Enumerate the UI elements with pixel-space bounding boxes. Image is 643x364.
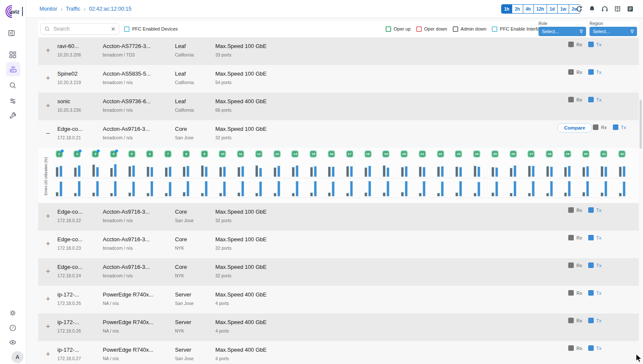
logs-icon[interactable]	[626, 5, 634, 13]
sidebar-item-devices[interactable]	[6, 62, 20, 76]
search-input[interactable]	[53, 25, 108, 32]
device-port-count: 32 ports	[215, 135, 267, 140]
vertical-scrollbar[interactable]	[640, 100, 642, 149]
headphones-icon[interactable]	[601, 5, 609, 13]
compare-button[interactable]: Compare	[557, 123, 592, 133]
device-row[interactable]: + ip-172-... 172.18.0.27 PowerEdge R740x…	[38, 341, 639, 364]
port-chip-8[interactable]: 8	[183, 150, 190, 158]
port-chip-9[interactable]: 9	[201, 150, 208, 158]
port-chip-1[interactable]: 1	[56, 150, 63, 158]
checkbox-box[interactable]	[416, 26, 422, 32]
port-chip-11[interactable]: 11	[237, 150, 244, 158]
time-range-2h[interactable]: 2h	[512, 4, 523, 14]
role-select[interactable]: Select... ∇	[539, 27, 586, 36]
time-range-4h[interactable]: 4h	[523, 4, 534, 14]
checkbox-pfc-enabled-devices[interactable]: PFC Enabled Devices	[124, 20, 178, 37]
time-range-1h[interactable]: 1h	[501, 4, 512, 14]
dashboard-icon[interactable]	[8, 51, 18, 60]
bell-icon[interactable]	[588, 5, 596, 13]
collapse-panel-icon[interactable]	[7, 29, 17, 38]
breadcrumb-traffic[interactable]: Traffic	[66, 6, 80, 12]
device-row[interactable]: + ravi-60... 10.20.3.206 Accton-AS7726-3…	[38, 37, 639, 65]
expand-toggle-icon[interactable]: +	[44, 295, 52, 303]
device-row[interactable]: + ip-172-... 172.18.0.25 PowerEdge R740x…	[38, 286, 639, 313]
port-chip-25[interactable]: 25	[491, 150, 499, 158]
rx-swatch	[568, 235, 574, 240]
device-row[interactable]: + Edge-co... 172.18.0.24 Accton-As9716-3…	[38, 258, 639, 286]
expand-toggle-icon[interactable]: +	[44, 74, 52, 82]
port-chip-26[interactable]: 26	[510, 150, 517, 158]
port-chip-17[interactable]: 17	[346, 150, 353, 158]
tx-bar	[604, 181, 607, 196]
device-row[interactable]: + Edge-co... 172.18.0.23 Accton-As9716-3…	[38, 231, 639, 258]
expand-toggle-icon[interactable]: +	[44, 240, 52, 248]
port-column-32: 32	[618, 150, 627, 196]
port-chip-24[interactable]: 24	[473, 150, 480, 158]
checkbox-box[interactable]	[492, 26, 497, 32]
help-icon[interactable]: ?	[8, 324, 18, 333]
port-chip-15[interactable]: 15	[310, 150, 317, 158]
expand-toggle-icon[interactable]: +	[44, 212, 52, 220]
device-row[interactable]: − Edge-co... 172.18.0.21 Accton-As9716-3…	[38, 120, 639, 148]
breadcrumb-monitor[interactable]: Monitor	[39, 6, 57, 12]
eye-icon[interactable]	[8, 338, 18, 347]
tx-bar	[386, 181, 389, 196]
port-chip-6[interactable]: 6	[146, 150, 153, 158]
breadcrumb-device-id[interactable]: 02:42:ac:12:00:15	[89, 6, 131, 12]
checkbox-box[interactable]	[124, 26, 130, 32]
clear-search-icon[interactable]: ✕	[111, 26, 116, 32]
port-chip-20[interactable]: 20	[400, 150, 408, 158]
device-row[interactable]: + Edge-co... 172.18.0.22 Accton-As9716-3…	[38, 203, 639, 231]
filter-bar: ✕ PFC Enabled Devices Oper upOper downAd…	[38, 20, 639, 37]
checkbox-box[interactable]	[453, 26, 458, 32]
checkbox-box[interactable]	[386, 26, 391, 32]
device-row[interactable]: + sonic 10.20.3.236 Accton-AS9736-6... b…	[38, 93, 639, 120]
checkbox-oper-down[interactable]: Oper down	[416, 26, 447, 32]
port-chip-13[interactable]: 13	[274, 150, 281, 158]
port-chip-28[interactable]: 28	[546, 150, 553, 158]
device-row[interactable]: + Spine02 10.20.3.219 Accton-AS5835-5...…	[38, 65, 639, 93]
port-chip-29[interactable]: 29	[564, 150, 571, 158]
topbar: Monitor › Traffic › 02:42:ac:12:00:15 1h…	[26, 0, 643, 18]
checkbox-oper-up[interactable]: Oper up	[386, 26, 411, 32]
expand-toggle-icon[interactable]: +	[44, 46, 52, 55]
port-chip-19[interactable]: 19	[382, 150, 389, 158]
port-chip-18[interactable]: 18	[364, 150, 372, 158]
port-chip-14[interactable]: 14	[291, 150, 299, 158]
wrench-icon[interactable]	[8, 111, 18, 121]
port-chip-12[interactable]: 12	[255, 150, 262, 158]
region-select[interactable]: Select... ∇	[589, 27, 637, 36]
search-box[interactable]: ✕	[40, 23, 119, 35]
port-chip-21[interactable]: 21	[419, 150, 426, 158]
port-chip-30[interactable]: 30	[582, 150, 589, 158]
refresh-icon[interactable]	[575, 5, 583, 13]
book-icon[interactable]	[614, 5, 621, 13]
time-range-12h[interactable]: 12h	[533, 4, 547, 14]
expand-toggle-icon[interactable]: −	[44, 129, 52, 138]
port-chip-31[interactable]: 31	[600, 150, 607, 158]
gear-icon[interactable]	[8, 309, 18, 318]
expand-toggle-icon[interactable]: +	[44, 267, 52, 276]
port-chip-7[interactable]: 7	[164, 150, 172, 158]
error-bars	[128, 178, 135, 196]
search-icon[interactable]	[8, 81, 18, 90]
time-range-1d[interactable]: 1d	[547, 4, 558, 14]
port-chip-10[interactable]: 10	[219, 150, 226, 158]
port-chip-22[interactable]: 22	[437, 150, 444, 158]
sliders-icon[interactable]	[8, 97, 18, 106]
avatar[interactable]: A	[11, 351, 23, 363]
time-range-1w[interactable]: 1w	[557, 4, 569, 14]
port-chip-2[interactable]: 2	[73, 150, 81, 158]
port-chip-27[interactable]: 27	[527, 150, 535, 158]
port-chip-5[interactable]: 5	[128, 150, 135, 158]
expand-toggle-icon[interactable]: +	[44, 322, 52, 331]
expand-toggle-icon[interactable]: +	[44, 350, 52, 358]
port-chip-3[interactable]: 3	[92, 150, 99, 158]
port-chip-16[interactable]: 16	[328, 150, 335, 158]
checkbox-admin-down[interactable]: Admin down	[453, 26, 487, 32]
port-chip-32[interactable]: 32	[618, 150, 626, 158]
port-chip-23[interactable]: 23	[455, 150, 462, 158]
port-chip-4[interactable]: 4	[110, 150, 117, 158]
expand-toggle-icon[interactable]: +	[44, 102, 52, 110]
device-row[interactable]: + ip-172-... 172.18.0.26 PowerEdge R740x…	[38, 313, 639, 341]
